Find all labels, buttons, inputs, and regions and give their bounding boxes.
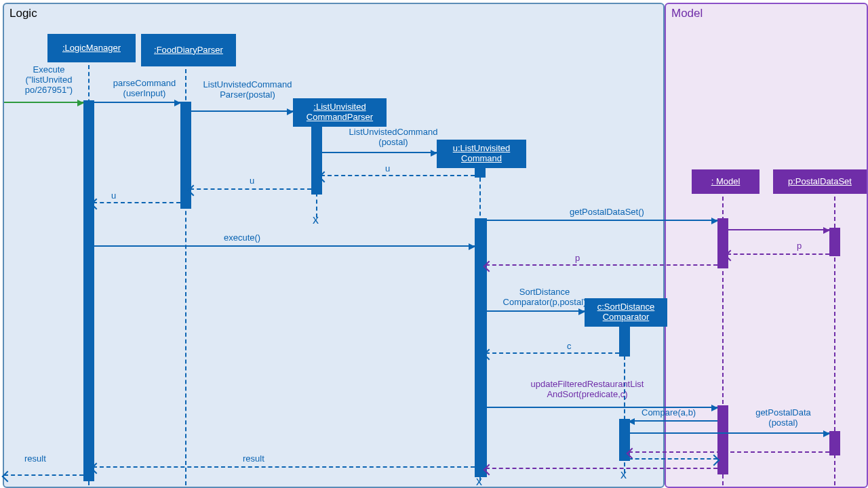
sequence-diagram: Logic Model :LogicManager :FoodDiaryPars…: [0, 0, 868, 488]
lbl-parsecommand: parseCommand (userInput): [107, 79, 182, 99]
msg-create-lucp: [190, 110, 293, 112]
region-model-label: Model: [671, 7, 703, 20]
lbl-create-sdc: SortDistance Comparator(p,postal): [494, 287, 595, 308]
lifeline-listunvisitedcommandparser: :ListUnvisited CommandParser: [293, 98, 387, 127]
lbl-result1: result: [243, 454, 264, 464]
destroy-luc: x: [476, 474, 482, 488]
msg-create-sdc: [486, 310, 585, 312]
msg-ret-p2: [486, 264, 717, 266]
msg-result2: [4, 474, 83, 476]
lbl-update: updateFilteredRestaurantList AndSort(pre…: [513, 380, 662, 400]
act-pds1: [829, 228, 840, 256]
msg-ret-u3: [93, 202, 180, 203]
lifeline-fooddiaryparser: :FoodDiaryParser: [141, 34, 236, 66]
msg-getpds: [486, 220, 717, 221]
lbl-ret-c: c: [567, 342, 572, 352]
act-luc2: [475, 218, 487, 477]
lbl-execute: execute(): [224, 233, 260, 243]
lbl-result2: result: [24, 454, 46, 464]
act-mdl2: [717, 405, 728, 474]
msg-ret-update: [486, 468, 717, 469]
lbl-ret-u1: u: [385, 164, 390, 174]
lbl-getpd: getPostalData (postal): [746, 408, 821, 428]
lbl-getpds: getPostalDataSet(): [570, 207, 644, 218]
destroy-sdc: x: [620, 468, 627, 482]
act-lucp: [311, 123, 322, 195]
msg-ret-c: [486, 352, 619, 354]
msg-compare: [629, 420, 717, 422]
msg-result1: [93, 466, 475, 468]
msg-ret-compare: [629, 458, 717, 460]
msg-execute-in: [4, 102, 83, 103]
lbl-compare: Compare(a,b): [642, 408, 696, 418]
act-luc1: [475, 164, 486, 178]
msg-ret-u1: [321, 175, 475, 176]
msg-parsecommand: [93, 102, 180, 103]
lbl-ret-u2: u: [250, 176, 254, 186]
msg-ret-pd: [629, 451, 829, 453]
region-logic-label: Logic: [9, 7, 37, 20]
msg-ret-u2: [190, 188, 311, 190]
lbl-create-luc: ListUnvistedCommand (postal): [339, 127, 448, 148]
msg-ret-p1: [727, 253, 829, 255]
act-pds2: [829, 431, 840, 455]
lifeline-logicmanager: :LogicManager: [47, 34, 136, 62]
lbl-ret-p1: p: [797, 241, 802, 251]
lifeline-postaldataset: p:PostalDataSet: [773, 169, 867, 194]
lbl-ret-p2: p: [575, 253, 580, 264]
lbl-ret-u3: u: [111, 191, 116, 201]
act-mdl1: [717, 218, 728, 268]
msg-execute: [93, 245, 475, 247]
msg-create-luc: [321, 152, 437, 153]
destroy-lucp: x: [313, 213, 319, 227]
act-lm: [83, 100, 94, 481]
lbl-execute-in: Execute ("listUnvited po/267951"): [15, 65, 83, 96]
lifeline-model: : Model: [692, 169, 760, 194]
msg-mdl-pds: [727, 229, 829, 230]
msg-getpd: [629, 432, 829, 434]
lbl-create-lucp: ListUnvistedCommand Parser(postal): [197, 80, 298, 100]
act-sdc1: [619, 323, 630, 357]
